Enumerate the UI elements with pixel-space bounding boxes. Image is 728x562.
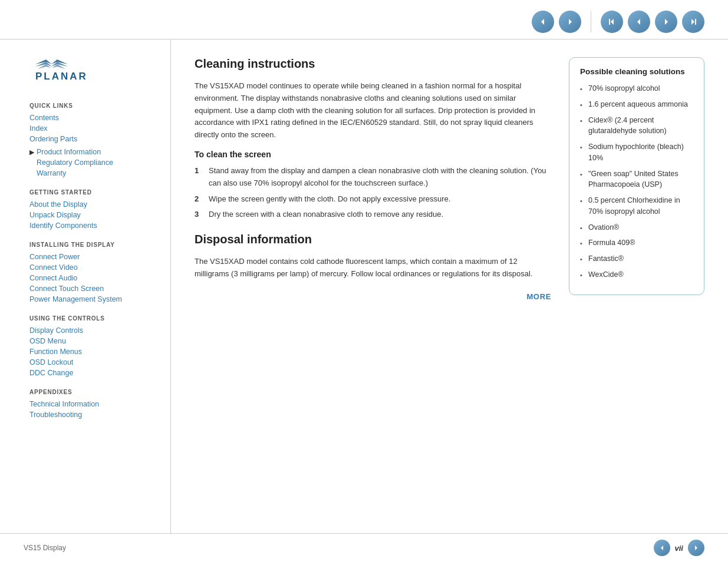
- sidebar-item-identify-components[interactable]: Identify Components: [29, 220, 159, 231]
- svg-marker-4: [637, 19, 640, 25]
- sidebar-item-index[interactable]: Index: [29, 123, 159, 134]
- bullet-icon: •: [580, 254, 585, 265]
- svg-marker-5: [665, 19, 668, 25]
- planar-logo: PLANAR: [29, 51, 112, 84]
- sidebar-item-unpack-display[interactable]: Unpack Display: [29, 210, 159, 220]
- sidebar: PLANAR QUICK LINKS Contents Index Orderi…: [0, 39, 171, 533]
- solution-item-2: • 1.6 percent aqueous ammonia: [580, 99, 693, 110]
- solution-item-3: • Cidex® (2.4 percent glutaraldehyde sol…: [580, 115, 693, 137]
- sidebar-item-product-information[interactable]: ▶ Product Information: [29, 147, 159, 157]
- bullet-icon: •: [580, 223, 585, 233]
- bullet-icon: •: [580, 84, 585, 94]
- bullet-icon: •: [580, 100, 585, 110]
- sidebar-item-function-menus[interactable]: Function Menus: [29, 346, 159, 357]
- svg-marker-16: [695, 546, 697, 550]
- content-main: Cleaning instructions The VS15XAD model …: [195, 57, 704, 301]
- cleaning-steps: 1 Stand away from the display and dampen…: [195, 165, 551, 221]
- product-info-arrow: ▶: [29, 148, 35, 156]
- solution-item-6: • 0.5 percent Chlorhexidine in 70% isopr…: [580, 195, 693, 217]
- solution-item-4: • Sodium hypochlorite (bleach) 10%: [580, 141, 693, 164]
- bullet-icon: •: [580, 239, 585, 249]
- footer-label: VS15 Display: [24, 544, 66, 552]
- footer: VS15 Display vii: [0, 533, 728, 562]
- side-panel: Possible cleaning solutions • 70% isopro…: [569, 57, 704, 295]
- article: Cleaning instructions The VS15XAD model …: [195, 57, 551, 301]
- sidebar-item-connect-video[interactable]: Connect Video: [29, 262, 159, 273]
- bullet-icon: •: [580, 143, 585, 153]
- step-text-2: Wipe the screen gently with the cloth. D…: [209, 193, 450, 206]
- footer-prev-button[interactable]: [654, 540, 670, 556]
- sidebar-item-power-management[interactable]: Power Management System: [29, 294, 159, 305]
- solution-item-10: • WexCide®: [580, 269, 693, 280]
- footer-nav: vii: [654, 540, 704, 556]
- bullet-icon: •: [580, 270, 585, 280]
- sidebar-item-display-controls[interactable]: Display Controls: [29, 325, 159, 336]
- bullet-icon: •: [580, 196, 585, 206]
- solution-item-9: • Fantastic®: [580, 253, 693, 265]
- nav-last-button[interactable]: [682, 11, 704, 33]
- footer-page-number: vii: [675, 544, 683, 553]
- nav-prev-button[interactable]: [628, 11, 650, 33]
- article-title: Cleaning instructions: [195, 57, 551, 71]
- cleaning-solutions-list: • 70% isopropyl alcohol • 1.6 percent aq…: [580, 83, 693, 280]
- svg-marker-0: [541, 19, 544, 25]
- svg-text:PLANAR: PLANAR: [35, 71, 88, 82]
- step-text-1: Stand away from the display and dampen a…: [209, 165, 551, 190]
- solution-item-1: • 70% isopropyl alcohol: [580, 83, 693, 94]
- step-num-2: 2: [195, 193, 203, 206]
- nav-next-button[interactable]: [655, 11, 677, 33]
- svg-marker-7: [691, 19, 694, 25]
- step-num-3: 3: [195, 209, 203, 221]
- side-panel-title: Possible cleaning solutions: [580, 67, 693, 76]
- step-text-3: Dry the screen with a clean nonabrasive …: [209, 209, 443, 221]
- sidebar-item-ordering-parts[interactable]: Ordering Parts: [29, 134, 159, 144]
- svg-rect-6: [695, 19, 696, 25]
- bullet-icon: •: [580, 170, 585, 180]
- solution-item-5: • "Green soap" United States Pharmacopoe…: [580, 168, 693, 191]
- nav-first-button[interactable]: [601, 11, 623, 33]
- sidebar-item-connect-power[interactable]: Connect Power: [29, 252, 159, 262]
- installing-header: INSTALLING THE DISPLAY: [29, 242, 159, 248]
- using-controls-header: USING THE CONTROLS: [29, 315, 159, 322]
- nav-back-button[interactable]: [532, 11, 554, 33]
- top-bar: [0, 0, 728, 39]
- svg-rect-2: [609, 19, 610, 25]
- sidebar-item-troubleshooting[interactable]: Troubleshooting: [29, 409, 159, 420]
- sidebar-item-regulatory-compliance[interactable]: Regulatory Compliance: [29, 157, 159, 168]
- step-2: 2 Wipe the screen gently with the cloth.…: [195, 193, 551, 206]
- nav-forward-button[interactable]: [559, 11, 581, 33]
- getting-started-header: GETTING STARTED: [29, 189, 159, 196]
- sidebar-item-warranty[interactable]: Warranty: [29, 168, 159, 178]
- sidebar-item-ddc-change[interactable]: DDC Change: [29, 368, 159, 378]
- logo-area: PLANAR: [29, 51, 159, 86]
- article-intro: The VS15XAD model continues to operate w…: [195, 80, 551, 141]
- main-layout: PLANAR QUICK LINKS Contents Index Orderi…: [0, 39, 728, 533]
- content-area: Cleaning instructions The VS15XAD model …: [171, 39, 728, 533]
- svg-marker-15: [661, 546, 663, 550]
- step-1: 1 Stand away from the display and dampen…: [195, 165, 551, 190]
- clean-screen-header: To clean the screen: [195, 150, 551, 159]
- sidebar-item-osd-lockout[interactable]: OSD Lockout: [29, 357, 159, 368]
- sidebar-item-connect-touch[interactable]: Connect Touch Screen: [29, 283, 159, 294]
- solution-item-8: • Formula 409®: [580, 237, 693, 249]
- sidebar-item-technical-info[interactable]: Technical Information: [29, 399, 159, 409]
- svg-marker-3: [611, 19, 614, 25]
- disposal-header: Disposal information: [195, 233, 551, 246]
- sidebar-item-about-display[interactable]: About the Display: [29, 199, 159, 210]
- appendixes-header: APPENDIXES: [29, 389, 159, 395]
- quick-links-header: QUICK LINKS: [29, 103, 159, 109]
- sidebar-item-contents[interactable]: Contents: [29, 113, 159, 123]
- footer-next-button[interactable]: [688, 540, 704, 556]
- nav-separator: [591, 11, 591, 32]
- nav-buttons: [532, 11, 704, 33]
- step-num-1: 1: [195, 165, 203, 190]
- step-3: 3 Dry the screen with a clean nonabrasiv…: [195, 209, 551, 221]
- sidebar-item-osd-menu[interactable]: OSD Menu: [29, 336, 159, 346]
- disposal-text: The VS15XAD model contains cold cathode …: [195, 256, 551, 280]
- solution-item-7: • Ovation®: [580, 222, 693, 233]
- more-link[interactable]: MORE: [195, 292, 551, 301]
- bullet-icon: •: [580, 116, 585, 126]
- svg-marker-1: [569, 19, 572, 25]
- sidebar-item-connect-audio[interactable]: Connect Audio: [29, 273, 159, 283]
